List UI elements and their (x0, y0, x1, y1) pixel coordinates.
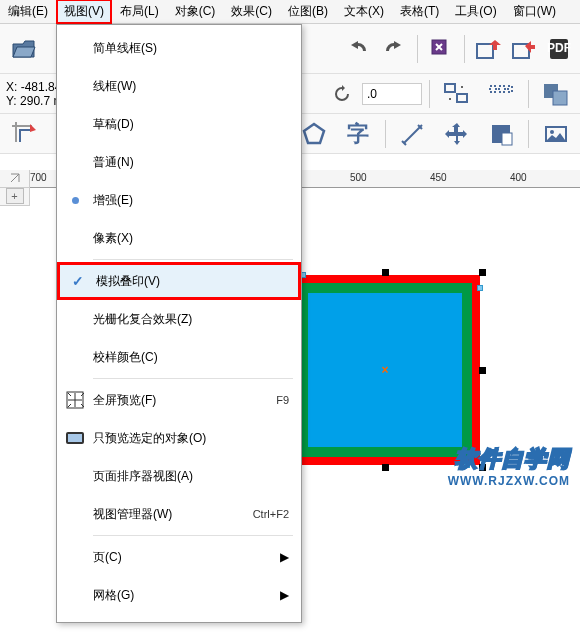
toolbar-divider (528, 80, 529, 108)
menu-view[interactable]: 视图(V) (56, 0, 112, 24)
menu-edit[interactable]: 编辑(E) (0, 0, 56, 24)
fullscreen-icon (57, 391, 93, 409)
move-tool[interactable] (437, 114, 477, 154)
text-tool[interactable]: 字 (338, 114, 378, 154)
svg-rect-16 (553, 91, 567, 105)
menu-view-manager[interactable]: 视图管理器(W) Ctrl+F2 (57, 495, 301, 533)
svg-rect-19 (502, 133, 512, 145)
media-button[interactable] (536, 114, 576, 154)
check-icon: ✓ (72, 273, 84, 289)
svg-rect-13 (499, 86, 505, 92)
menu-text[interactable]: 文本(X) (336, 0, 392, 24)
distribute-button[interactable] (481, 74, 521, 114)
menu-table[interactable]: 表格(T) (392, 0, 447, 24)
watermark-url: WWW.RJZXW.COM (448, 474, 570, 488)
rotation-input[interactable] (362, 83, 422, 105)
svg-text:PDF: PDF (547, 41, 571, 55)
view-menu-dropdown: 简单线框(S) 线框(W) 草稿(D) 普通(N) 增强(E) 像素(X) ✓ … (56, 24, 302, 623)
svg-rect-12 (490, 86, 496, 92)
svg-rect-8 (445, 84, 455, 92)
menu-separator (93, 378, 293, 379)
crop-tool[interactable] (4, 114, 44, 154)
shaping-button[interactable] (536, 74, 576, 114)
submenu-arrow-icon: ▶ (280, 550, 289, 564)
toolbar-divider (528, 120, 529, 148)
menu-normal[interactable]: 普通(N) (57, 143, 301, 181)
menu-rasterize[interactable]: 光栅化复合效果(Z) (57, 300, 301, 338)
menu-grid[interactable]: 网格(G) ▶ (57, 576, 301, 614)
menu-bitmap[interactable]: 位图(B) (280, 0, 336, 24)
submenu-arrow-icon: ▶ (280, 588, 289, 602)
selected-object[interactable]: × (290, 275, 480, 465)
toolbar-divider (385, 120, 386, 148)
node-handle[interactable] (477, 285, 483, 291)
selection-handle[interactable] (479, 367, 486, 374)
menu-page[interactable]: 页(C) ▶ (57, 538, 301, 576)
svg-rect-24 (68, 434, 82, 442)
menu-separator (93, 535, 293, 536)
dimension-tool[interactable] (393, 114, 433, 154)
svg-point-11 (461, 86, 463, 88)
open-button[interactable] (4, 29, 44, 69)
menu-effect[interactable]: 效果(C) (223, 0, 280, 24)
ruler-corner: + (0, 170, 30, 206)
selection-handle[interactable] (382, 464, 389, 471)
search-button[interactable] (425, 33, 457, 65)
menu-fullscreen-preview[interactable]: 全屏预览(F) F9 (57, 381, 301, 419)
menu-pixel[interactable]: 像素(X) (57, 219, 301, 257)
add-page-button[interactable]: + (6, 188, 24, 204)
svg-point-10 (449, 98, 451, 100)
menu-object[interactable]: 对象(C) (167, 0, 224, 24)
menu-simulate-overprint[interactable]: ✓ 模拟叠印(V) (57, 262, 301, 300)
undo-button[interactable] (342, 33, 374, 65)
menu-page-sorter[interactable]: 页面排序器视图(A) (57, 457, 301, 495)
menubar: 编辑(E) 视图(V) 布局(L) 对象(C) 效果(C) 位图(B) 文本(X… (0, 0, 580, 24)
menu-preview-selected[interactable]: 只预览选定的对象(O) (57, 419, 301, 457)
coordinates-display: X: -481.844 Y: 290.7 m (4, 78, 64, 110)
selection-handle[interactable] (382, 269, 389, 276)
menu-layout[interactable]: 布局(L) (112, 0, 167, 24)
watermark: 软件自学网 WWW.RJZXW.COM (448, 444, 570, 488)
center-marker-icon: × (381, 363, 388, 377)
watermark-title: 软件自学网 (448, 444, 570, 474)
toolbar-divider (429, 80, 430, 108)
import-button[interactable] (472, 33, 504, 65)
svg-rect-4 (477, 44, 493, 58)
menu-wireframe[interactable]: 线框(W) (57, 67, 301, 105)
rotation-button[interactable] (326, 78, 358, 110)
preview-selected-icon (57, 431, 93, 445)
svg-point-21 (550, 130, 554, 134)
radio-checked-icon (72, 197, 79, 204)
toolbar-divider (464, 35, 465, 63)
hints-button[interactable] (481, 114, 521, 154)
align-button[interactable] (437, 74, 477, 114)
export-button[interactable] (508, 33, 540, 65)
redo-button[interactable] (378, 33, 410, 65)
svg-rect-9 (457, 94, 467, 102)
selection-handle[interactable] (479, 269, 486, 276)
menu-window[interactable]: 窗口(W) (505, 0, 564, 24)
menu-simple-wireframe[interactable]: 简单线框(S) (57, 29, 301, 67)
menu-tools[interactable]: 工具(O) (447, 0, 504, 24)
menu-enhanced[interactable]: 增强(E) (57, 181, 301, 219)
menu-separator (93, 259, 293, 260)
menu-proof-colors[interactable]: 校样颜色(C) (57, 338, 301, 376)
pdf-button[interactable]: PDF (544, 33, 576, 65)
svg-rect-14 (508, 86, 512, 92)
toolbar-divider (417, 35, 418, 63)
menu-draft[interactable]: 草稿(D) (57, 105, 301, 143)
